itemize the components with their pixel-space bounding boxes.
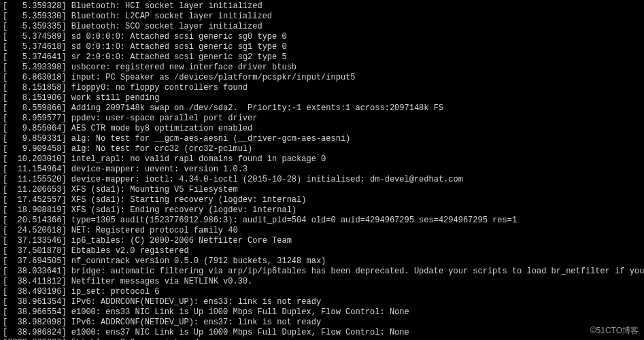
- dmesg-line: [ 5.374618] sd 0:0:1:0: Attached scsi ge…: [3, 42, 641, 52]
- dmesg-line: [ 38.966554] e1000: ens33 NIC Link is Up…: [3, 307, 641, 318]
- dmesg-line: [ 5.374641] sr 2:0:0:0: Attached scsi ge…: [3, 52, 641, 63]
- dmesg-line: [ 11.206653] XFS (sda1): Mounting V5 Fil…: [3, 185, 641, 195]
- dmesg-line: [ 11.154964] device-mapper: uevent: vers…: [3, 165, 641, 175]
- dmesg-line: [ 10.203010] intel_rapl: no valid rapl d…: [3, 154, 641, 165]
- dmesg-line: [ 5.393398] usbcore: registered new inte…: [3, 63, 641, 73]
- dmesg-line: [ 38.961354] IPv6: ADDRCONF(NETDEV_UP): …: [3, 297, 641, 307]
- dmesg-line: [ 11.155520] device-mapper: ioctl: 4.34.…: [3, 175, 641, 185]
- dmesg-line: [ 37.133546] ip6_tables: (C) 2000-2006 N…: [3, 236, 641, 246]
- dmesg-line: [ 5.374589] sd 0:0:0:0: Attached scsi ge…: [3, 32, 641, 42]
- dmesg-line: [ 38.033641] bridge: automatic filtering…: [3, 267, 641, 277]
- dmesg-line: [ 24.520618] NET: Registered protocol fa…: [3, 226, 641, 236]
- dmesg-line: [ 5.359330] Bluetooth: L2CAP socket laye…: [3, 12, 641, 22]
- dmesg-line: [ 17.452557] XFS (sda1): Starting recove…: [3, 195, 641, 205]
- dmesg-line: [ 38.986824] e1000: ens37 NIC Link is Up…: [3, 328, 641, 338]
- terminal-output: [ 5.359328] Bluetooth: HCI socket layer …: [0, 0, 644, 340]
- dmesg-line: [ 5.359328] Bluetooth: HCI socket layer …: [3, 1, 641, 12]
- dmesg-line: [ 8.151858] floppy0: no floppy controlle…: [3, 83, 641, 93]
- dmesg-line: [ 38.982098] IPv6: ADDRCONF(NETDEV_UP): …: [3, 318, 641, 328]
- dmesg-line: [ 6.863018] input: PC Speaker as /device…: [3, 73, 641, 83]
- dmesg-line: [ 5.359335] Bluetooth: SCO socket layer …: [3, 22, 641, 32]
- dmesg-line: [ 8.959577] ppdev: user-space parallel p…: [3, 114, 641, 124]
- dmesg-line: [ 37.501878] Ebtables v2.0 registered: [3, 246, 641, 256]
- dmesg-line: [ 20.514366] type=1305 audit(1523776912.…: [3, 216, 641, 226]
- dmesg-line: [ 38.493196] ip_set: protocol 6: [3, 287, 641, 297]
- dmesg-line: [ 9.859331] alg: No test for __gcm-aes-a…: [3, 134, 641, 144]
- dmesg-line: [ 8.151906] work still pending: [3, 93, 641, 103]
- dmesg-line: [ 18.908819] XFS (sda1): Ending recovery…: [3, 205, 641, 216]
- dmesg-line: [ 9.909458] alg: No test for crc32 (crc3…: [3, 144, 641, 154]
- dmesg-line: [ 38.411812] Netfilter messages via NETL…: [3, 277, 641, 287]
- dmesg-line: [ 8.559866] Adding 2097148k swap on /dev…: [3, 103, 641, 114]
- dmesg-line: [ 9.855064] AES CTR mode by8 optimizatio…: [3, 124, 641, 134]
- dmesg-line: [ 37.694505] nf_conntrack version 0.5.0 …: [3, 256, 641, 267]
- watermark-text: ©51CTO博客: [590, 326, 639, 336]
